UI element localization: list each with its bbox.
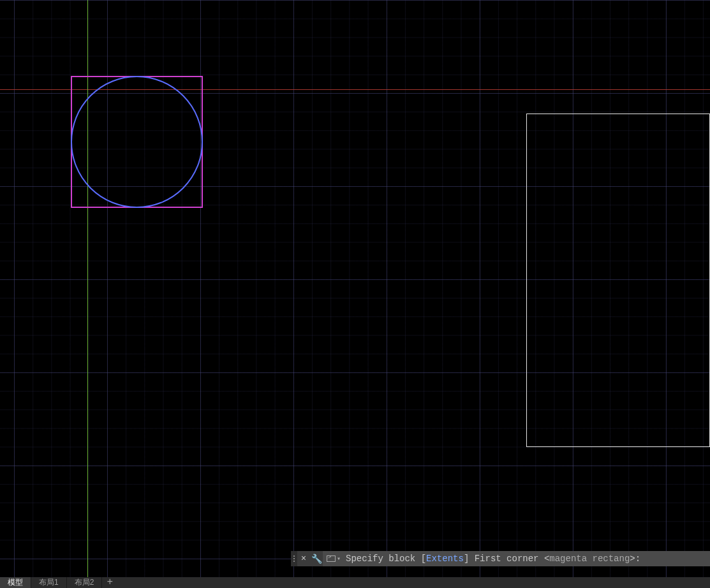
command-prompt-text-mid: ] First corner < — [464, 554, 549, 564]
layout-tab-1[interactable]: 布局1 — [31, 577, 67, 588]
layout-tab-0[interactable]: 模型 — [0, 577, 31, 588]
chevron-down-icon: ▾ — [337, 555, 341, 562]
command-line-input[interactable]: Specify block [Extents] First corner <ma… — [343, 551, 710, 566]
command-prompt-text-pre: Specify block [ — [346, 554, 426, 564]
command-prompt-text-post: >: — [630, 554, 640, 564]
close-icon[interactable]: × — [297, 554, 310, 564]
layout-tab-2[interactable]: 布局2 — [67, 577, 103, 588]
command-option-extents[interactable]: Extents — [426, 554, 464, 564]
command-line-grip[interactable] — [291, 551, 297, 566]
layout-tabs: 模型布局1布局2+ — [0, 577, 710, 588]
drawing-viewport[interactable]: × 🔧 ▾ Specify block [Extents] First corn… — [0, 0, 710, 577]
command-prompt-icon[interactable]: ▾ — [323, 551, 343, 566]
command-default-value: magenta rectang — [549, 554, 630, 564]
terminal-icon — [327, 555, 336, 562]
blue-circle[interactable] — [71, 76, 203, 208]
command-line-bar: × 🔧 ▾ Specify block [Extents] First corn… — [291, 551, 710, 566]
add-layout-tab[interactable]: + — [102, 577, 117, 588]
wrench-icon[interactable]: 🔧 — [310, 554, 323, 564]
white-rectangle[interactable] — [526, 114, 710, 447]
